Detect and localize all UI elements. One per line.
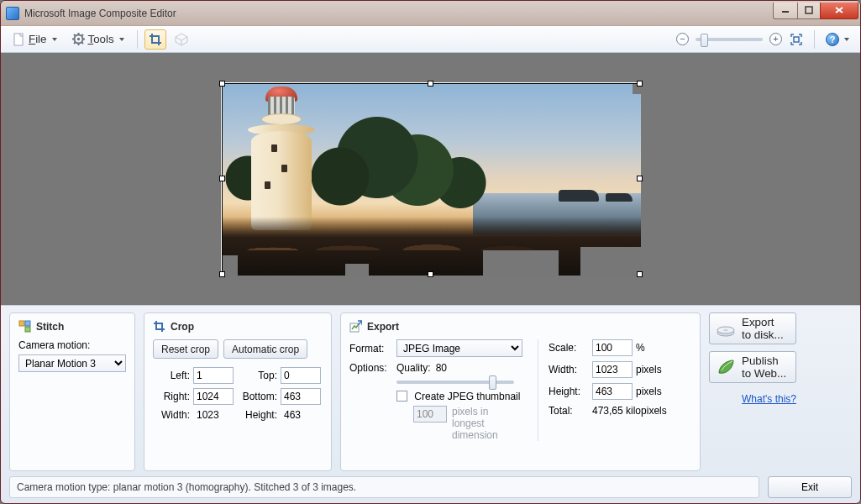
side-actions: Exportto disk... Publishto Web... What's… [709,312,796,471]
publish-l1: Publish [742,354,779,367]
crop-left-input[interactable] [193,367,234,384]
zoom-in-button[interactable]: + [769,33,782,45]
crop-rectangle[interactable] [222,83,640,275]
close-icon [834,6,844,14]
canvas[interactable] [1,53,860,305]
crop-top-label: Top: [235,370,281,381]
crop-handle-sw[interactable] [219,271,225,277]
chevron-down-icon [844,38,849,41]
svg-rect-20 [25,321,30,326]
leaf-icon [717,358,735,376]
publish-to-web-button[interactable]: Publishto Web... [709,351,796,383]
svg-point-6 [76,38,79,40]
minimize-button[interactable] [773,3,798,19]
export-total-label: Total: [549,405,589,417]
crop-right-input[interactable] [193,388,234,405]
quality-slider-thumb[interactable] [489,375,496,390]
whats-this-link[interactable]: What's this? [709,393,796,405]
crop-handle-se[interactable] [637,271,643,277]
crop-handle-w[interactable] [219,176,225,181]
stitch-icon [18,320,31,333]
crop-icon [149,33,162,46]
svg-rect-18 [19,321,24,326]
svg-rect-4 [14,34,23,45]
maximize-icon [805,6,813,14]
panorama-image [223,84,641,276]
crop-height-value: 463 [281,409,323,421]
exit-button[interactable]: Exit [768,476,852,498]
fit-to-screen-button[interactable] [785,29,807,50]
tools-menu-rest: ools [93,33,113,45]
automatic-crop-button[interactable]: Automatic crop [223,339,307,359]
zoom-slider-thumb[interactable] [701,34,708,47]
crop-tool-button[interactable] [144,29,166,50]
export-height-label: Height: [549,386,589,397]
panel-separator [538,339,538,441]
help-menu[interactable]: ? [822,29,853,50]
export-width-input[interactable] [592,361,633,378]
scale-input[interactable] [592,339,633,356]
export-width-unit: pixels [636,364,662,375]
rotate-3d-button[interactable] [170,29,193,50]
close-button[interactable] [820,3,858,19]
export-title: Export [367,321,399,333]
export-height-input[interactable] [592,383,633,400]
svg-rect-17 [794,37,799,42]
crop-bottom-input[interactable] [281,388,321,405]
reset-crop-button[interactable]: Reset crop [153,339,218,359]
crop-handle-s[interactable] [428,271,433,277]
svg-line-11 [74,34,76,36]
crop-width-value: 1023 [193,409,235,421]
minimize-icon [781,6,790,14]
stitch-title: Stitch [36,321,64,333]
create-thumbnail-checkbox[interactable] [396,391,407,402]
crop-handle-n[interactable] [428,81,433,87]
file-menu[interactable]: File [8,29,63,50]
status-bar: Camera motion type: planar motion 3 (hom… [9,476,759,498]
zoom-out-button[interactable]: − [676,33,689,45]
create-thumbnail-label: Create JPEG thumbnail [414,391,520,402]
export-panel: Export Format: JPEG Image Options: Quali… [340,312,701,471]
export-icon [349,320,362,333]
tools-menu[interactable]: Tools [66,29,130,49]
file-menu-access: F [29,33,35,45]
crop-handle-ne[interactable] [637,81,643,87]
file-menu-rest: ile [35,33,46,45]
scale-unit: % [636,342,645,354]
crop-panel: Crop Reset crop Automatic crop Left: Top… [144,312,332,471]
svg-point-24 [723,329,728,331]
crop-bottom-label: Bottom: [235,391,281,402]
cube-icon [174,33,189,46]
titlebar: Microsoft Image Composite Editor [1,1,860,26]
chevron-down-icon [119,38,124,41]
svg-rect-1 [806,7,812,13]
crop-icon [153,320,165,333]
zoom-slider[interactable] [696,38,763,41]
maximize-button[interactable] [797,3,821,19]
camera-motion-label: Camera motion: [18,339,126,351]
crop-handle-nw[interactable] [219,81,225,87]
crop-top-input[interactable] [281,367,321,384]
export-height-unit: pixels [636,386,662,397]
quality-value: 80 [436,362,447,374]
export-to-disk-button[interactable]: Exportto disk... [709,312,796,344]
toolbar-separator [137,30,138,49]
toolbar-separator [814,30,815,49]
crop-height-label: Height: [235,409,281,421]
crop-handle-e[interactable] [637,176,643,181]
thumbnail-size-hint: pixels in longest dimension [452,406,522,441]
fit-screen-icon [790,33,803,46]
scale-label: Scale: [549,342,589,354]
quality-label: Quality: [396,362,431,374]
window-title: Microsoft Image Composite Editor [24,8,176,19]
svg-rect-21 [350,323,359,332]
format-select[interactable]: JPEG Image [396,339,522,357]
quality-slider[interactable] [396,381,514,384]
export-disk-l1: Export [742,316,774,328]
camera-motion-select[interactable]: Planar Motion 3 [18,354,126,372]
app-icon [6,7,19,20]
toolbar: File Tools − + [1,26,860,53]
thumbnail-size-input [413,406,447,423]
stitch-panel: Stitch Camera motion: Planar Motion 3 [9,312,135,471]
chevron-down-icon [52,38,57,41]
